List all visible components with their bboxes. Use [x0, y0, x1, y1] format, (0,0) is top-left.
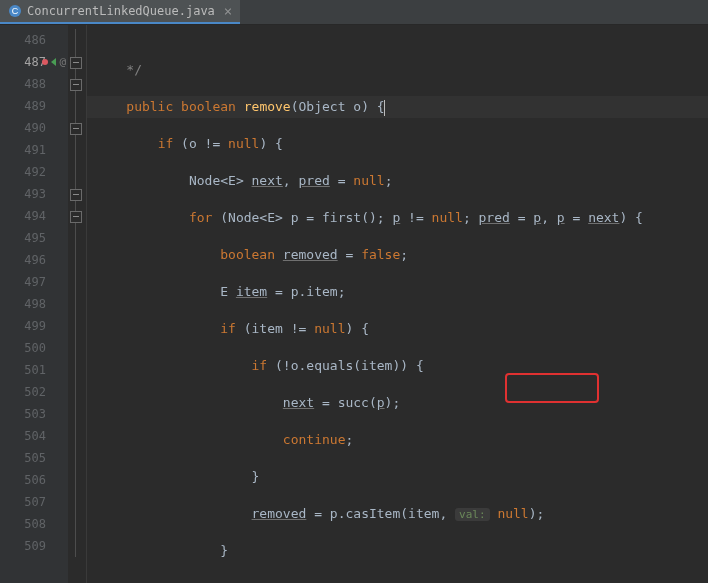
- code-area[interactable]: */ public boolean remove(Object o) { if …: [87, 25, 708, 583]
- code-line: boolean removed = false;: [87, 244, 708, 266]
- svg-text:C: C: [12, 6, 19, 16]
- fold-column: [68, 25, 87, 583]
- code-line: public boolean remove(Object o) {: [87, 96, 708, 118]
- code-line: if (item != null) {: [87, 318, 708, 340]
- java-class-icon: C: [8, 4, 22, 18]
- code-line: }: [87, 466, 708, 488]
- code-line: next = succ(p);: [87, 392, 708, 414]
- tab-bar: C ConcurrentLinkedQueue.java ×: [0, 0, 708, 25]
- code-line: */: [87, 59, 708, 81]
- editor-tab[interactable]: C ConcurrentLinkedQueue.java ×: [0, 0, 240, 24]
- code-line: Node<E> next, pred = null;: [87, 170, 708, 192]
- caret: [384, 100, 385, 116]
- code-line: if (!o.equals(item)) {: [87, 355, 708, 377]
- tab-filename: ConcurrentLinkedQueue.java: [27, 4, 215, 18]
- code-line: [87, 577, 708, 583]
- line-number-gutter: 486487@488489490491492493494495496497498…: [0, 25, 68, 583]
- code-line: if (o != null) {: [87, 133, 708, 155]
- svg-point-2: [42, 59, 48, 65]
- close-icon[interactable]: ×: [224, 4, 232, 18]
- code-line: E item = p.item;: [87, 281, 708, 303]
- code-line: for (Node<E> p = first(); p != null; pre…: [87, 207, 708, 229]
- code-line: removed = p.casItem(item, val: null);: [87, 503, 708, 525]
- code-editor[interactable]: 486487@488489490491492493494495496497498…: [0, 25, 708, 583]
- code-line: }: [87, 540, 708, 562]
- code-line: continue;: [87, 429, 708, 451]
